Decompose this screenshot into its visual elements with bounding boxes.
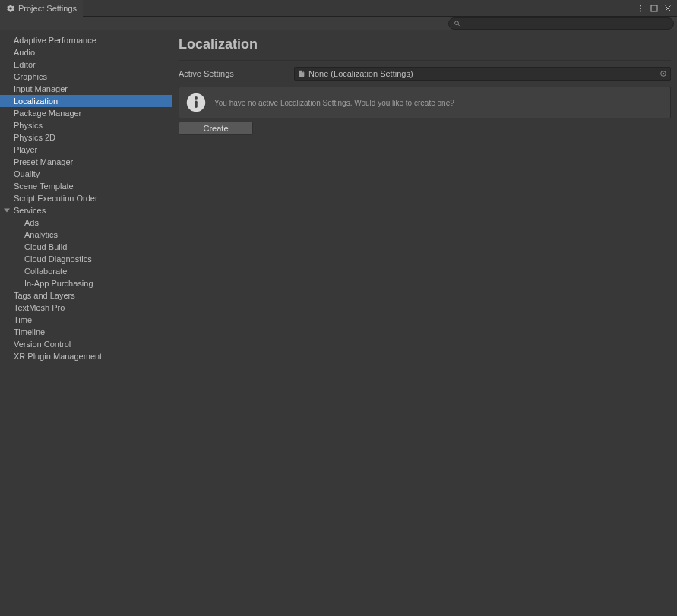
sidebar-item-physics[interactable]: Physics (0, 119, 172, 131)
window-tab-title: Project Settings (18, 4, 77, 13)
sidebar-item-version-control[interactable]: Version Control (0, 338, 172, 350)
active-settings-value: None (Localization Settings) (308, 69, 413, 78)
sidebar-item-player[interactable]: Player (0, 144, 172, 156)
sidebar-item-services[interactable]: Services (0, 204, 172, 216)
sidebar-item-localization[interactable]: Localization (0, 95, 172, 107)
context-menu-icon[interactable] (636, 4, 645, 13)
svg-point-1 (640, 8, 641, 9)
sidebar-item-preset-manager[interactable]: Preset Manager (0, 156, 172, 168)
svg-point-6 (455, 21, 459, 24)
sidebar-item-ads[interactable]: Ads (0, 216, 172, 229)
info-message-box: You have no active Localization Settings… (179, 87, 671, 118)
info-message-text: You have no active Localization Settings… (214, 99, 454, 107)
window-controls (631, 0, 677, 16)
active-settings-row: Active Settings None (Localization Setti… (179, 67, 671, 81)
sidebar-item-package-manager[interactable]: Package Manager (0, 107, 172, 119)
sidebar-item-graphics[interactable]: Graphics (0, 71, 172, 83)
svg-line-7 (458, 24, 460, 25)
sidebar-item-analytics[interactable]: Analytics (0, 229, 172, 241)
maximize-icon[interactable] (650, 4, 659, 13)
sidebar-item-timeline[interactable]: Timeline (0, 326, 172, 338)
sidebar-item-input-manager[interactable]: Input Manager (0, 83, 172, 95)
titlebar-spacer (83, 0, 631, 16)
sidebar-item-quality[interactable]: Quality (0, 168, 172, 180)
sidebar-item-cloud-diagnostics[interactable]: Cloud Diagnostics (0, 253, 172, 265)
sidebar-item-scene-template[interactable]: Scene Template (0, 180, 172, 192)
searchbar (0, 17, 677, 30)
sidebar: Adaptive PerformanceAudioEditorGraphicsI… (0, 30, 172, 616)
search-input[interactable] (464, 19, 669, 27)
svg-point-12 (195, 96, 198, 100)
titlebar: Project Settings (0, 0, 677, 17)
window-tab[interactable]: Project Settings (0, 0, 83, 17)
svg-point-2 (640, 10, 641, 11)
svg-rect-11 (195, 100, 198, 108)
sidebar-item-physics-2d[interactable]: Physics 2D (0, 131, 172, 144)
sidebar-item-tags-and-layers[interactable]: Tags and Layers (0, 289, 172, 302)
sidebar-item-adaptive-performance[interactable]: Adaptive Performance (0, 34, 172, 46)
file-icon (298, 70, 305, 77)
info-icon (185, 92, 207, 113)
sidebar-item-collaborate[interactable]: Collaborate (0, 265, 172, 277)
svg-point-9 (663, 73, 664, 74)
close-icon[interactable] (663, 4, 672, 13)
page-title: Localization (179, 33, 671, 61)
search-field[interactable] (448, 17, 674, 30)
sidebar-item-editor[interactable]: Editor (0, 58, 172, 71)
sidebar-item-audio[interactable]: Audio (0, 46, 172, 58)
active-settings-object-field[interactable]: None (Localization Settings) (294, 67, 671, 81)
sidebar-item-xr-plugin-management[interactable]: XR Plugin Management (0, 350, 172, 362)
sidebar-item-cloud-build[interactable]: Cloud Build (0, 241, 172, 253)
gear-icon (6, 4, 15, 13)
object-picker-icon[interactable] (660, 70, 667, 77)
main-panel: Localization Active Settings None (Local… (172, 30, 677, 616)
svg-point-0 (640, 5, 641, 6)
sidebar-item-textmesh-pro[interactable]: TextMesh Pro (0, 302, 172, 314)
svg-rect-3 (651, 5, 657, 11)
search-icon (454, 20, 461, 27)
sidebar-item-time[interactable]: Time (0, 314, 172, 326)
create-button[interactable]: Create (179, 122, 253, 135)
active-settings-label: Active Settings (179, 69, 294, 78)
sidebar-item-script-execution-order[interactable]: Script Execution Order (0, 192, 172, 204)
sidebar-item-in-app-purchasing[interactable]: In-App Purchasing (0, 277, 172, 289)
